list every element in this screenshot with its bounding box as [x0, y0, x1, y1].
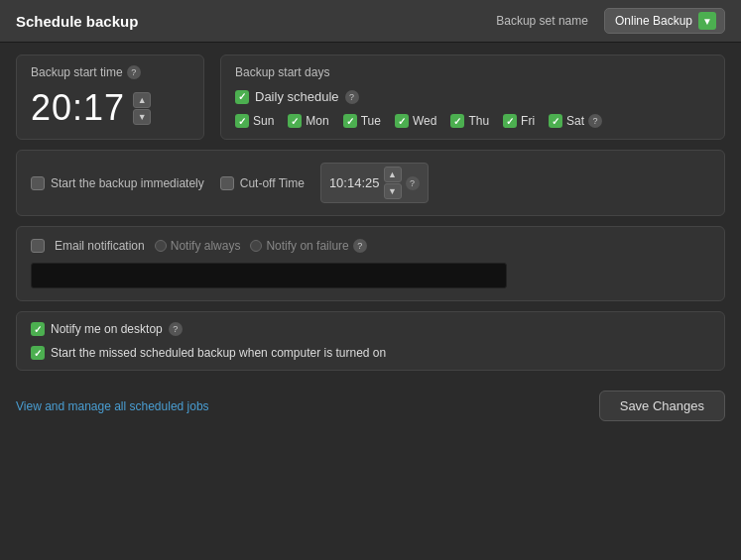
- daily-schedule-label: Daily schedule: [255, 89, 339, 104]
- cutoff-label: Cut-off Time: [240, 176, 305, 190]
- backup-set-value: Online Backup: [615, 14, 692, 28]
- cutoff-time-value: 10:14:25: [329, 175, 380, 190]
- day-sat-label: Sat: [566, 114, 584, 128]
- desktop-notify-row: Notify me on desktop ?: [31, 322, 710, 336]
- email-checkbox[interactable]: [31, 239, 45, 253]
- day-sun-checkbox[interactable]: [235, 114, 249, 128]
- main-content: Backup start time ? 20:17 ▲ ▼ Backup sta…: [0, 43, 741, 383]
- day-tue: Tue: [343, 114, 381, 128]
- daily-schedule-checkbox[interactable]: [235, 90, 249, 104]
- dropdown-arrow-icon[interactable]: ▼: [698, 12, 716, 30]
- missed-backup-label: Start the missed scheduled backup when c…: [51, 346, 386, 360]
- desktop-notify-checkbox[interactable]: [31, 322, 45, 336]
- notify-always-radio-dot: [155, 240, 167, 252]
- days-help-icon[interactable]: ?: [588, 114, 602, 128]
- days-panel: Backup start days Daily schedule ? Sun M…: [220, 55, 725, 140]
- daily-schedule-help-icon[interactable]: ?: [345, 90, 359, 104]
- time-stepper-up[interactable]: ▲: [133, 92, 151, 108]
- time-value: 20:17: [31, 87, 125, 129]
- day-fri: Fri: [503, 114, 535, 128]
- day-sat: Sat ?: [549, 114, 602, 128]
- desktop-section: Notify me on desktop ? Start the missed …: [16, 311, 725, 371]
- email-label: Email notification: [55, 239, 145, 253]
- email-header-row: Email notification Notify always Notify …: [31, 239, 710, 253]
- immediate-panel: Start the backup immediately Cut-off Tim…: [16, 150, 725, 216]
- time-panel: Backup start time ? 20:17 ▲ ▼: [16, 55, 204, 140]
- day-sat-checkbox[interactable]: [549, 114, 562, 128]
- days-panel-label: Backup start days: [235, 65, 710, 79]
- backup-set-label: Backup set name: [496, 14, 588, 28]
- backup-set-selector[interactable]: Online Backup ▼: [604, 8, 725, 34]
- time-stepper-down[interactable]: ▼: [133, 109, 151, 125]
- email-help-icon[interactable]: ?: [353, 239, 367, 253]
- day-thu-checkbox[interactable]: [450, 114, 464, 128]
- day-thu-label: Thu: [468, 114, 489, 128]
- email-input[interactable]: [31, 263, 507, 288]
- day-sun: Sun: [235, 114, 274, 128]
- scheduled-jobs-link[interactable]: View and manage all scheduled jobs: [16, 399, 209, 413]
- day-thu: Thu: [450, 114, 489, 128]
- missed-backup-row: Start the missed scheduled backup when c…: [31, 346, 710, 360]
- top-section: Backup start time ? 20:17 ▲ ▼ Backup sta…: [16, 55, 725, 140]
- day-wed-checkbox[interactable]: [395, 114, 409, 128]
- day-mon-label: Mon: [306, 114, 328, 128]
- desktop-notify-label: Notify me on desktop: [51, 322, 163, 336]
- cutoff-checkbox[interactable]: [220, 176, 234, 190]
- app-header: Schedule backup Backup set name Online B…: [0, 0, 741, 43]
- day-fri-label: Fri: [521, 114, 535, 128]
- notify-failure-label: Notify on failure: [266, 239, 348, 253]
- immediate-label: Start the backup immediately: [51, 176, 204, 190]
- cutoff-stepper[interactable]: ▲ ▼: [384, 167, 402, 199]
- day-wed-label: Wed: [413, 114, 436, 128]
- time-display: 20:17 ▲ ▼: [31, 87, 189, 129]
- cutoff-row: Start the backup immediately Cut-off Tim…: [31, 163, 710, 203]
- immediate-item: Start the backup immediately: [31, 176, 204, 190]
- day-mon: Mon: [288, 114, 328, 128]
- day-wed: Wed: [395, 114, 436, 128]
- desktop-help-icon[interactable]: ?: [169, 322, 183, 336]
- day-mon-checkbox[interactable]: [288, 114, 302, 128]
- time-panel-label: Backup start time ?: [31, 65, 189, 79]
- missed-backup-checkbox[interactable]: [31, 346, 45, 360]
- days-row: Sun Mon Tue Wed Thu: [235, 114, 710, 128]
- cutoff-stepper-down[interactable]: ▼: [384, 183, 402, 199]
- day-tue-checkbox[interactable]: [343, 114, 357, 128]
- notify-failure-radio-dot: [250, 240, 262, 252]
- daily-schedule-row: Daily schedule ?: [235, 89, 710, 104]
- footer: View and manage all scheduled jobs Save …: [0, 383, 741, 429]
- cutoff-stepper-up[interactable]: ▲: [384, 167, 402, 182]
- page-title: Schedule backup: [16, 13, 138, 30]
- immediate-checkbox[interactable]: [31, 176, 45, 190]
- notify-always-radio[interactable]: Notify always: [155, 239, 241, 253]
- cutoff-time-input[interactable]: 10:14:25 ▲ ▼ ?: [320, 163, 429, 203]
- time-stepper[interactable]: ▲ ▼: [133, 92, 151, 125]
- save-button[interactable]: Save Changes: [599, 391, 725, 421]
- cutoff-help-icon[interactable]: ?: [406, 176, 420, 190]
- day-sun-label: Sun: [253, 114, 274, 128]
- cutoff-item: Cut-off Time: [220, 176, 305, 190]
- notify-always-label: Notify always: [171, 239, 241, 253]
- email-panel: Email notification Notify always Notify …: [16, 226, 725, 301]
- day-tue-label: Tue: [361, 114, 381, 128]
- time-help-icon[interactable]: ?: [127, 65, 141, 79]
- notify-failure-radio[interactable]: Notify on failure ?: [250, 239, 366, 253]
- day-fri-checkbox[interactable]: [503, 114, 517, 128]
